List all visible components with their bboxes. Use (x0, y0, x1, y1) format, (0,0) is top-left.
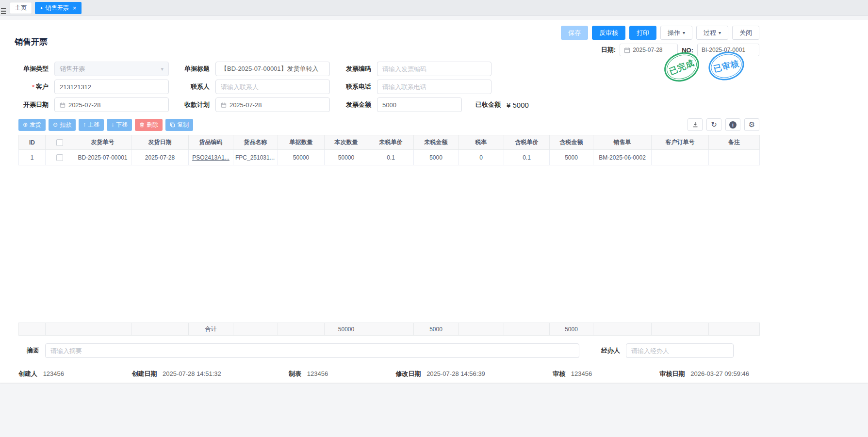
audited-stamp-text: 已审核 (712, 57, 740, 74)
invoice-date-label: 开票日期 (6, 100, 54, 109)
payment-plan-field[interactable] (215, 97, 330, 112)
cell-doc-qty: 50000 (278, 150, 325, 165)
unaudit-button[interactable]: 反审核 (592, 26, 625, 40)
create-date-item: 创建日期 2025-07-28 14:51:32 (131, 370, 221, 378)
creator-label: 创建人 (18, 370, 37, 377)
phone-input[interactable] (377, 80, 491, 94)
modify-date-item: 修改日期 2025-07-28 14:56:39 (396, 370, 485, 378)
invoice-date-field[interactable] (54, 97, 169, 112)
cell-taxed-amount: 5000 (550, 150, 593, 165)
tabulator-label: 制表 (289, 370, 301, 377)
grid-empty-area (18, 165, 868, 323)
col-this-qty: 本次数量 (325, 135, 368, 150)
audit-date-value: 2026-03-27 09:59:46 (690, 370, 749, 377)
doc-title-input[interactable] (215, 62, 330, 76)
doc-title-label: 单据标题 (169, 65, 215, 73)
total-this-qty: 50000 (325, 323, 368, 336)
col-product-code: 货品编码 (189, 135, 233, 150)
invoice-code-input[interactable] (377, 62, 491, 76)
info-button[interactable]: i (725, 118, 740, 131)
invoice-amount-label: 发票金额 (330, 100, 377, 109)
summary-input[interactable] (45, 343, 579, 358)
process-dropdown-button[interactable]: 过程 ▾ (696, 26, 728, 40)
date-label: 日期: (601, 46, 616, 54)
header-date-field[interactable] (620, 44, 678, 56)
download-icon (692, 121, 699, 128)
grid-toolbar-left: ⊕ 发货 ⊖ 扣款 ↑ 上移 ↓ 下移 删除 复制 (18, 119, 193, 131)
ship-button[interactable]: ⊕ 发货 (18, 119, 46, 131)
required-asterisk: * (32, 83, 34, 91)
total-row-table: 合计 50000 5000 5000 (18, 323, 760, 336)
total-taxed-amount: 5000 (550, 323, 593, 336)
move-down-button[interactable]: ↓ 下移 (107, 119, 132, 131)
detail-table: ID 发货单号 发货日期 货品编码 货品名称 单据数量 本次数量 未税单价 未税… (18, 135, 760, 165)
audit-date-label: 审核日期 (660, 370, 685, 377)
move-up-button[interactable]: ↑ 上移 (79, 119, 104, 131)
cell-product-name: FPC_2510311... (233, 150, 278, 165)
customer-input[interactable] (54, 80, 169, 94)
save-button[interactable]: 保存 (561, 26, 588, 40)
delete-button[interactable]: 删除 (135, 119, 163, 131)
cell-untaxed-price: 0.1 (368, 150, 414, 165)
invoice-amount-input[interactable] (377, 97, 462, 112)
close-button[interactable]: 关闭 (732, 26, 759, 40)
col-doc-qty: 单据数量 (278, 135, 325, 150)
creator-value: 123456 (43, 370, 64, 377)
copy-button[interactable]: 复制 (165, 119, 193, 131)
arrow-down-icon: ↓ (111, 122, 114, 128)
action-button-row: 保存 反审核 打印 操作 ▾ 过程 ▾ 关闭 (0, 20, 868, 40)
gear-icon: ⚙ (749, 120, 755, 129)
arrow-up-icon: ↑ (83, 122, 86, 128)
tab-close-icon[interactable]: × (73, 4, 77, 12)
cell-select (46, 150, 74, 165)
invoice-date-input[interactable] (68, 101, 164, 109)
received-amount-value: ¥ 5000 (507, 101, 529, 109)
header-date-input[interactable] (633, 47, 673, 53)
col-select (46, 135, 74, 150)
info-icon: i (729, 121, 737, 129)
delete-label: 删除 (147, 121, 158, 129)
page-title: 销售开票 (15, 36, 48, 48)
amount-cell: 已收金额 ¥ 5000 (377, 97, 581, 112)
print-button[interactable]: 打印 (629, 26, 656, 40)
payment-plan-input[interactable] (229, 101, 325, 109)
payment-plan-label: 收款计划 (169, 100, 215, 109)
col-untaxed-amount: 未税金额 (414, 135, 459, 150)
col-product-name: 货品名称 (233, 135, 278, 150)
modify-date-value: 2025-07-28 14:56:39 (426, 370, 485, 377)
select-all-checkbox[interactable] (56, 139, 63, 146)
deduct-label: 扣款 (60, 121, 71, 129)
operation-dropdown-button[interactable]: 操作 ▾ (660, 26, 692, 40)
settings-button[interactable]: ⚙ (744, 118, 759, 131)
col-taxed-price: 含税单价 (504, 135, 550, 150)
tab-sales-invoicing[interactable]: ● 销售开票 × (35, 2, 82, 14)
tab-home[interactable]: 主页 (10, 2, 32, 14)
summary-row: 摘要 经办人 (27, 343, 734, 358)
process-label: 过程 (704, 29, 716, 37)
product-code-link[interactable]: PSO2413A1... (192, 154, 229, 161)
calendar-icon (60, 102, 66, 108)
contact-input[interactable] (215, 80, 330, 94)
cell-taxed-price: 0.1 (504, 150, 550, 165)
handler-label: 经办人 (601, 346, 620, 355)
export-button[interactable] (688, 118, 703, 131)
chevron-down-icon: ▾ (161, 66, 164, 72)
doc-type-label: 单据类型 (6, 65, 54, 73)
completed-stamp-text: 已完成 (668, 57, 696, 77)
cell-sales-order: BM-2025-06-0002 (593, 150, 652, 165)
menu-icon[interactable] (1, 0, 6, 16)
handler-input[interactable] (626, 343, 734, 358)
ship-label: 发货 (30, 121, 41, 129)
table-header-row: ID 发货单号 发货日期 货品编码 货品名称 单据数量 本次数量 未税单价 未税… (19, 135, 760, 150)
top-tab-bar: 主页 ● 销售开票 × (0, 0, 868, 16)
doc-type-select[interactable]: 销售开票 ▾ (54, 62, 169, 76)
phone-label: 联系电话 (330, 82, 377, 91)
col-tax-rate: 税率 (459, 135, 504, 150)
calendar-icon (221, 102, 227, 108)
grid-toolbar-right: ↻ i ⚙ (688, 118, 759, 131)
cell-untaxed-amount: 5000 (414, 150, 459, 165)
doc-type-value: 销售开票 (60, 65, 85, 73)
row-checkbox[interactable] (56, 154, 63, 161)
deduct-button[interactable]: ⊖ 扣款 (49, 119, 76, 131)
refresh-button[interactable]: ↻ (706, 118, 721, 131)
